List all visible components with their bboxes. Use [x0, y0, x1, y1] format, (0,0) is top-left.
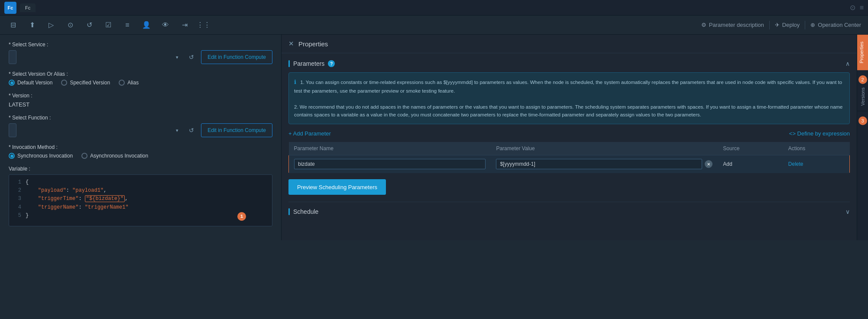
versions-tab-group: 2 Versions [857, 70, 868, 111]
user-icon[interactable]: 👤 [140, 19, 152, 31]
app-logo: Fc [4, 2, 16, 14]
service-edit-btn[interactable]: Edit in Function Compute [201, 50, 272, 64]
param-desc-btn[interactable]: ⚙ Parameter description [701, 22, 764, 28]
variable-label: Variable : [9, 166, 272, 172]
specified-version-option[interactable]: Specified Version [61, 80, 110, 86]
toolbar-right: ⚙ Parameter description ✈ Deploy ⊕ Opera… [701, 21, 861, 29]
left-panel: * Select Service : ↺ Edit in Function Co… [0, 35, 282, 240]
tab3-badge: 3 [858, 116, 867, 125]
alias-label: Alias [127, 80, 139, 86]
window-menu[interactable]: ≡ [860, 4, 864, 12]
function-select[interactable] [9, 123, 16, 137]
specified-version-radio[interactable] [61, 80, 67, 86]
function-select-wrapper [9, 123, 182, 137]
param-value-cell: ✕ [491, 155, 718, 173]
operation-center-btn[interactable]: ⊕ Operation Center [810, 22, 861, 28]
panel-title: Properties [298, 40, 328, 48]
versions-tab[interactable]: Versions [858, 86, 867, 107]
synchronous-label: Synchronous Invocation [17, 153, 73, 159]
alias-radio[interactable] [119, 80, 125, 86]
window-controls: ⊙ ≡ [850, 3, 864, 12]
service-select-wrapper [9, 50, 182, 64]
param-name-input[interactable] [294, 159, 486, 169]
save-icon[interactable]: ⊟ [7, 19, 19, 31]
default-version-option[interactable]: Default Version [9, 80, 52, 86]
select-function-row: ↺ Edit in Function Compute [9, 123, 272, 137]
code-editor[interactable]: 1 { 2 "payload": "payload1", 3 "triggerT… [9, 174, 272, 226]
service-refresh-btn[interactable]: ↺ [185, 51, 198, 63]
select-service-label: * Select Service : [9, 42, 272, 48]
schedule-collapse-btn[interactable]: ∨ [845, 208, 850, 215]
divider-2 [805, 21, 805, 29]
param-delete-btn[interactable]: Delete [788, 161, 803, 167]
param-name-cell [289, 155, 491, 173]
run-icon[interactable]: ▷ [45, 19, 57, 31]
function-refresh-btn[interactable]: ↺ [185, 124, 198, 136]
define-expr-btn[interactable]: <> Define by expression [789, 130, 850, 137]
service-select[interactable] [9, 50, 16, 64]
param-actions-cell: Delete [783, 155, 850, 173]
check-icon[interactable]: ☑ [102, 19, 114, 31]
preview-scheduling-btn[interactable]: Preview Scheduling Parameters [288, 179, 386, 195]
main-wrapper: * Select Service : ↺ Edit in Function Co… [0, 35, 868, 240]
parameters-title: Parameters ? [288, 60, 335, 67]
param-table-header-row: Parameter Name Parameter Value Source Ac… [289, 142, 850, 155]
version-label: * Version : [9, 93, 272, 99]
stop-icon[interactable]: ⊙ [64, 19, 76, 31]
parameters-section: Parameters ? ∧ ℹ 1. You can assign const… [288, 60, 850, 202]
asynchronous-label: Asynchronous Invocation [90, 153, 148, 159]
invocation-radio-group: Synchronous Invocation Asynchronous Invo… [9, 153, 272, 159]
version-field: * Version : LATEST [9, 93, 272, 108]
refresh-icon[interactable]: ↺ [83, 19, 95, 31]
deploy-btn[interactable]: ✈ Deploy [775, 22, 800, 28]
parameters-info-icon[interactable]: ? [328, 60, 335, 67]
param-value-input[interactable] [496, 159, 702, 169]
annotation-1-badge: 1 [237, 212, 246, 221]
tab3-group: 3 [857, 111, 868, 130]
divider-1 [769, 21, 770, 29]
default-version-label: Default Version [17, 80, 52, 86]
right-panel: ✕ Properties Parameters ? ∧ ℹ 1. You can [282, 35, 868, 240]
panel-close-btn[interactable]: ✕ [288, 40, 294, 48]
invocation-method-label: * Invocation Method : [9, 144, 272, 150]
schedule-section: Schedule ∨ [288, 202, 850, 215]
param-clear-btn[interactable]: ✕ [705, 160, 713, 168]
more-icon[interactable]: ⋮⋮ [198, 19, 210, 31]
upload-icon[interactable]: ⬆ [26, 19, 38, 31]
eye-icon[interactable]: 👁 [159, 19, 172, 31]
code-line-1: 1 { [13, 178, 269, 187]
list-icon[interactable]: ≡ [121, 19, 133, 31]
synchronous-dot [10, 155, 13, 158]
select-function-label: * Select Function : [9, 115, 272, 121]
schedule-title: Schedule [288, 208, 318, 215]
specified-version-label: Specified Version [70, 80, 110, 86]
add-param-row: + Add Parameter <> Define by expression [288, 130, 850, 137]
alias-option[interactable]: Alias [119, 80, 139, 86]
title-tab-1[interactable]: Fc [20, 3, 36, 12]
param-value-row: ✕ [496, 159, 713, 169]
code-line-3: 3 "triggerTime": "${bizdate}", [13, 195, 269, 203]
synchronous-option[interactable]: Synchronous Invocation [9, 153, 73, 159]
window-check[interactable]: ⊙ [850, 3, 855, 12]
variable-field: Variable : 1 { 2 "payload": "payload1", … [9, 166, 272, 226]
title-bar: Fc Fc ⊙ ≡ [0, 0, 868, 16]
code-line-4: 4 "triggerName": "triggerName1" [13, 203, 269, 212]
synchronous-radio[interactable] [9, 153, 15, 159]
add-param-btn[interactable]: + Add Parameter [288, 130, 331, 137]
parameters-info-box: ℹ 1. You can assign constants or time-re… [288, 72, 850, 124]
param-desc-icon: ⚙ [701, 22, 706, 28]
asynchronous-option[interactable]: Asynchronous Invocation [81, 153, 148, 159]
export-icon[interactable]: ⇥ [178, 19, 191, 31]
parameters-section-header: Parameters ? ∧ [288, 60, 850, 67]
parameters-collapse-btn[interactable]: ∧ [845, 60, 850, 67]
col-actions: Actions [783, 142, 850, 155]
function-edit-btn[interactable]: Edit in Function Compute [201, 123, 272, 137]
asynchronous-radio[interactable] [81, 153, 87, 159]
properties-tab[interactable]: Properties [857, 35, 868, 70]
default-version-radio[interactable] [9, 80, 15, 86]
schedule-section-header: Schedule ∨ [288, 208, 850, 215]
deploy-icon: ✈ [775, 22, 780, 28]
info-circle-icon: ℹ [294, 79, 296, 85]
default-version-dot [10, 81, 13, 84]
panel-header: ✕ Properties [282, 35, 857, 53]
